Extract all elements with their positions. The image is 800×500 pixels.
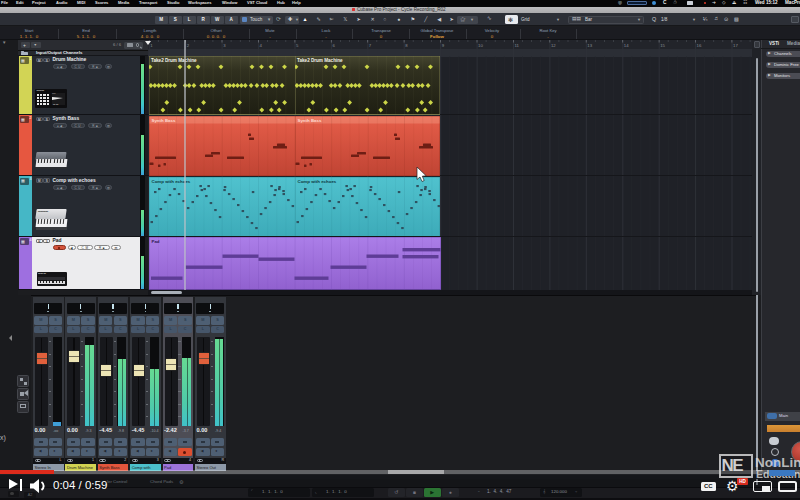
svg-text:Synth Bass: Synth Bass	[298, 118, 322, 123]
svg-text:Take2 Drum Machine: Take2 Drum Machine	[151, 58, 197, 63]
svg-text:Pad: Pad	[151, 239, 159, 244]
svg-text:Synth Bass: Synth Bass	[151, 118, 175, 123]
svg-text:Take2 Drum Machine: Take2 Drum Machine	[297, 58, 343, 63]
svg-text:Comp with echoes: Comp with echoes	[298, 179, 337, 184]
